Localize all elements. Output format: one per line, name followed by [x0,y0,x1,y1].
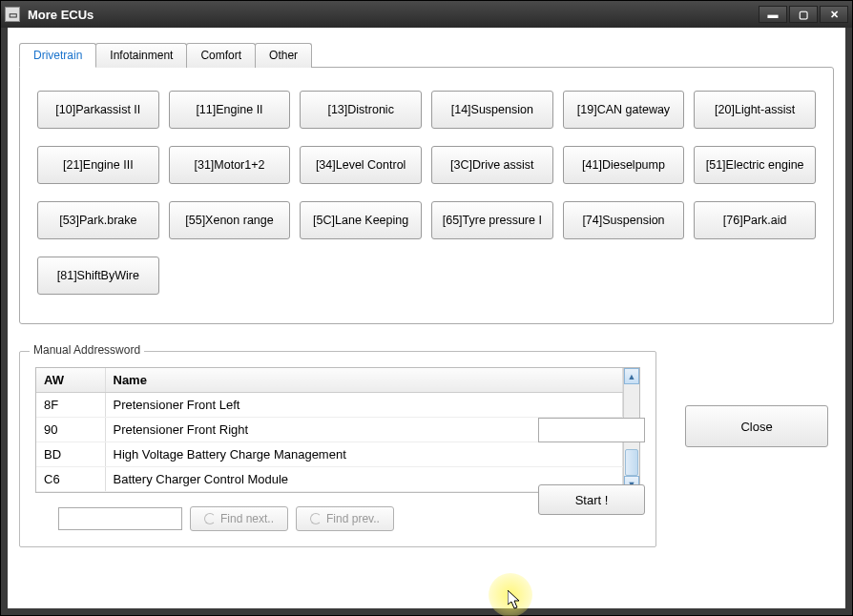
tab-drivetrain[interactable]: Drivetrain [19,43,96,68]
ecu-button[interactable]: [11]Engine II [169,91,291,129]
ecu-button[interactable]: [5C]Lane Keeping [300,201,422,239]
titlebar-controls: ▬ ▢ ✕ [759,6,848,23]
ecu-button[interactable]: [74]Suspension [563,201,685,239]
close-button[interactable]: Close [685,405,828,447]
ecu-button[interactable]: [10]Parkassist II [37,91,159,129]
tab-infotainment[interactable]: Infotainment [95,43,187,68]
window-title: More ECUs [28,8,759,22]
addressword-table: AW Name 8F Pretensioner Front Left 90 Pr… [36,368,623,492]
manual-addressword-group: Manual Addressword AW Name 8F Pretension… [19,351,656,547]
find-next-button[interactable]: Find next.. [190,506,288,531]
ecu-button[interactable]: [81]ShiftByWire [37,257,159,295]
refresh-icon [310,513,322,524]
ecu-button[interactable]: [53]Park.brake [37,201,159,239]
cell-aw: BD [36,442,105,467]
cursor-icon [508,590,523,614]
close-window-button[interactable]: ✕ [820,6,848,23]
find-next-label: Find next.. [220,512,274,525]
cell-aw: 90 [36,418,105,442]
minimize-button[interactable]: ▬ [759,6,787,23]
ecu-button[interactable]: [3C]Drive assist [431,146,553,184]
table-row[interactable]: C6 Battery Charger Control Module [36,467,623,492]
tab-comfort[interactable]: Comfort [186,43,256,68]
ecu-button[interactable]: [31]Motor1+2 [169,146,291,184]
tabs: Drivetrain Infotainment Comfort Other [1… [19,43,834,324]
client-area: Drivetrain Infotainment Comfort Other [1… [1,28,852,615]
window: ▭ More ECUs ▬ ▢ ✕ Drivetrain Infotainmen… [0,0,853,616]
ecu-button[interactable]: [21]Engine III [37,146,159,184]
fieldset-legend: Manual Addressword [30,343,144,357]
ecu-button[interactable]: [19]CAN gateway [563,91,685,129]
scroll-thumb[interactable] [625,449,638,476]
cell-aw: 8F [36,393,105,418]
start-button[interactable]: Start ! [538,484,645,515]
cell-aw: C6 [36,467,105,492]
ecu-button[interactable]: [65]Tyre pressure I [431,201,553,239]
ecu-button[interactable]: [41]Dieselpump [563,146,685,184]
ecu-button[interactable]: [13]Distronic [300,91,422,129]
ecu-grid: [10]Parkassist II [11]Engine II [13]Dist… [37,91,816,295]
col-header-aw[interactable]: AW [36,368,105,393]
table-header-row: AW Name [36,368,623,393]
ecu-button[interactable]: [51]Electric engine [694,146,816,184]
find-prev-button[interactable]: Find prev.. [296,506,394,531]
tab-panel-drivetrain: [10]Parkassist II [11]Engine II [13]Dist… [19,67,834,324]
ecu-button[interactable]: [34]Level Control [300,146,422,184]
refresh-icon [204,513,216,524]
table-row[interactable]: 90 Pretensioner Front Right [36,418,623,442]
ecu-button[interactable]: [55]Xenon range [169,201,291,239]
cell-name: High Voltage Battery Charge Management [105,442,623,467]
find-prev-label: Find prev.. [326,512,380,525]
tab-header: Drivetrain Infotainment Comfort Other [19,43,834,68]
app-icon: ▭ [5,7,20,22]
ecu-button[interactable]: [14]Suspension [431,91,553,129]
ecu-button[interactable]: [76]Park.aid [694,201,816,239]
titlebar: ▭ More ECUs ▬ ▢ ✕ [1,1,852,28]
col-header-name[interactable]: Name [105,368,623,393]
scroll-up-icon[interactable]: ▲ [624,368,639,384]
address-input[interactable] [538,418,645,442]
maximize-button[interactable]: ▢ [789,6,818,23]
table-row[interactable]: BD High Voltage Battery Charge Managemen… [36,442,623,467]
cell-name: Pretensioner Front Left [105,393,623,418]
table-row[interactable]: 8F Pretensioner Front Left [36,393,623,418]
cursor-highlight [489,573,532,616]
tab-other[interactable]: Other [255,43,312,68]
find-input[interactable] [58,507,182,530]
ecu-button[interactable]: [20]Light-assist [694,91,816,129]
